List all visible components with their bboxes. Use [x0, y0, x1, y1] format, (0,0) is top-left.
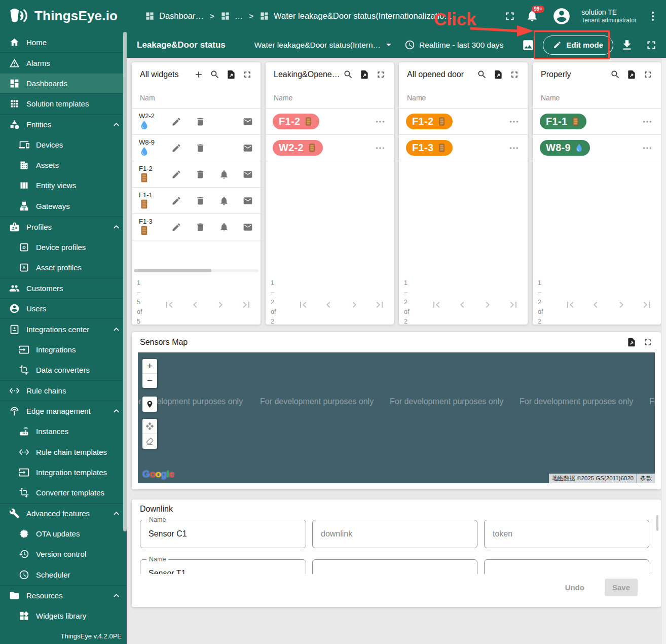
- delete-icon[interactable]: [188, 196, 212, 206]
- delete-icon[interactable]: [188, 143, 212, 153]
- last-page-icon[interactable]: [507, 299, 520, 311]
- email-icon[interactable]: [236, 196, 260, 206]
- prev-page-icon[interactable]: [189, 299, 201, 311]
- email-icon[interactable]: [236, 143, 260, 153]
- sidebar-item-alarms[interactable]: Alarms: [0, 52, 127, 73]
- sidebar-item-data-converters[interactable]: Data converters: [0, 360, 127, 380]
- sidebar-item-edge-management[interactable]: Edge management: [0, 401, 127, 421]
- sidebar-item-rule-chains[interactable]: Rule chains: [0, 380, 127, 401]
- bell-icon[interactable]: [212, 196, 236, 206]
- downlink-input[interactable]: [313, 560, 477, 574]
- first-page-icon[interactable]: [430, 299, 442, 311]
- sidebar-item-profiles[interactable]: Profiles: [0, 217, 127, 237]
- export-icon[interactable]: [623, 67, 640, 82]
- fullscreen-icon[interactable]: [503, 10, 516, 23]
- sidebar-item-integrations[interactable]: Integrations: [0, 339, 127, 360]
- add-entity-button[interactable]: [191, 67, 207, 82]
- more-horiz-icon[interactable]: [375, 142, 386, 154]
- sidebar-item-solution-templates[interactable]: Solution templates: [0, 93, 127, 114]
- sidebar-item-devices[interactable]: Devices: [0, 134, 127, 155]
- more-horiz-icon[interactable]: [642, 116, 653, 127]
- delete-icon[interactable]: [188, 117, 212, 127]
- time-window-button[interactable]: Realtime - last 300 days: [404, 40, 503, 50]
- fullscreen-icon[interactable]: [373, 67, 389, 82]
- sidebar-item-widgets-library[interactable]: Widgets library: [0, 605, 127, 626]
- next-page-icon[interactable]: [348, 299, 360, 311]
- search-icon[interactable]: [474, 67, 490, 82]
- breadcrumb-group[interactable]: …: [220, 11, 243, 21]
- sidebar-item-rule-chain-templates[interactable]: Rule chain templates: [0, 442, 127, 462]
- fullscreen-icon[interactable]: [239, 67, 255, 82]
- map-terms-link[interactable]: 条款: [637, 474, 655, 483]
- pan-button[interactable]: [142, 419, 157, 434]
- erase-button[interactable]: [142, 434, 157, 449]
- last-page-icon[interactable]: [240, 299, 252, 311]
- first-page-icon[interactable]: [564, 299, 576, 311]
- email-icon[interactable]: [236, 222, 260, 232]
- dashboard-select[interactable]: Water leakage&Door status(Intern…: [254, 41, 391, 50]
- search-icon[interactable]: [607, 67, 623, 82]
- sidebar-item-instances[interactable]: Instances: [0, 421, 127, 441]
- more-horiz-icon[interactable]: [508, 116, 520, 127]
- sidebar-item-entities[interactable]: Entities: [0, 114, 127, 134]
- more-horiz-icon[interactable]: [642, 142, 653, 154]
- sidebar-item-assets[interactable]: Assets: [0, 155, 127, 175]
- downlink-input[interactable]: [313, 520, 477, 548]
- more-vert-icon[interactable]: [647, 10, 659, 22]
- fullscreen-icon[interactable]: [645, 39, 658, 52]
- breadcrumb-current-dashboard[interactable]: Water leakage&Door status(Internationali…: [260, 11, 452, 21]
- search-icon[interactable]: [207, 67, 223, 82]
- breadcrumb-dashboards[interactable]: Dashboar…: [145, 11, 204, 21]
- export-icon[interactable]: [490, 67, 506, 82]
- zoom-out-button[interactable]: −: [142, 374, 157, 388]
- sidebar-item-gateways[interactable]: Gateways: [0, 196, 127, 216]
- export-icon[interactable]: [356, 67, 373, 82]
- first-page-icon[interactable]: [297, 299, 309, 311]
- sidebar-item-integrations-center[interactable]: Integrations center: [0, 318, 127, 339]
- zoom-in-button[interactable]: +: [142, 359, 157, 373]
- widget-scrollbar[interactable]: [656, 515, 658, 531]
- export-icon[interactable]: [623, 335, 640, 350]
- delete-icon[interactable]: [188, 169, 212, 180]
- sidebar-item-converter-templates[interactable]: Converter templates: [0, 483, 127, 503]
- google-logo[interactable]: Google: [142, 469, 174, 480]
- first-page-icon[interactable]: [163, 299, 175, 311]
- export-icon[interactable]: [223, 67, 239, 82]
- delete-icon[interactable]: [188, 222, 212, 232]
- bell-icon[interactable]: [212, 222, 236, 232]
- last-page-icon[interactable]: [374, 299, 386, 311]
- prev-page-icon[interactable]: [589, 299, 602, 311]
- sidebar-item-resources[interactable]: Resources: [0, 585, 127, 605]
- email-icon[interactable]: [236, 117, 260, 127]
- last-page-icon[interactable]: [641, 299, 653, 311]
- sidebar-item-ota-updates[interactable]: OTA updates: [0, 523, 127, 544]
- sidebar-item-home[interactable]: Home: [0, 32, 127, 52]
- avatar[interactable]: [552, 7, 571, 26]
- prev-page-icon[interactable]: [456, 299, 468, 311]
- edit-icon[interactable]: [164, 117, 188, 127]
- app-logo[interactable]: ThingsEye.io: [0, 6, 127, 27]
- sidebar-item-scheduler[interactable]: Scheduler: [0, 564, 127, 585]
- edit-icon[interactable]: [164, 196, 188, 206]
- sidebar-item-users[interactable]: Users: [0, 298, 127, 318]
- more-horiz-icon[interactable]: [375, 116, 386, 127]
- notifications-button[interactable]: 99+: [526, 9, 540, 23]
- undo-button[interactable]: Undo: [562, 583, 587, 592]
- sidebar-item-device-profiles[interactable]: Device profiles: [0, 237, 127, 257]
- next-page-icon[interactable]: [482, 299, 494, 311]
- email-icon[interactable]: [236, 169, 260, 180]
- google-map[interactable]: For development purposes only For develo…: [138, 352, 655, 483]
- sidebar-scrollbar[interactable]: [123, 32, 127, 531]
- edit-icon[interactable]: [164, 222, 188, 232]
- search-icon[interactable]: [340, 67, 356, 82]
- name-input[interactable]: [140, 520, 306, 548]
- prev-page-icon[interactable]: [322, 299, 335, 311]
- download-icon[interactable]: [620, 39, 634, 52]
- token-input[interactable]: [485, 560, 649, 574]
- next-page-icon[interactable]: [214, 299, 227, 311]
- fullscreen-icon[interactable]: [640, 67, 656, 82]
- token-input[interactable]: [485, 520, 649, 548]
- sidebar-item-customers[interactable]: Customers: [0, 278, 127, 298]
- save-button[interactable]: Save: [605, 579, 638, 596]
- edit-icon[interactable]: [164, 143, 188, 153]
